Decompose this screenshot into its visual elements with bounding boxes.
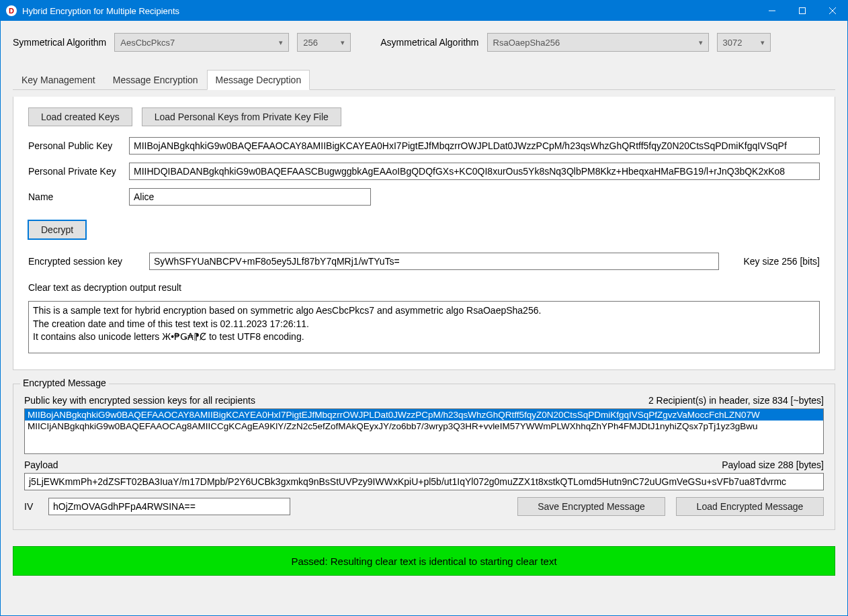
pubkeys-label: Public key with encrypted session keys f… [24, 395, 255, 406]
close-icon [829, 7, 836, 14]
clear-text-line: The creation date and time of this test … [33, 318, 815, 331]
clear-text-label: Clear text as decryption output result [28, 282, 820, 293]
private-key-input[interactable]: MIIHDQIBADANBgkqhkiG9w0BAQEFAASCBugwggbk… [129, 163, 820, 180]
public-key-input[interactable]: MIIBojANBgkqhkiG9w0BAQEFAAOCAY8AMIIBigKC… [129, 137, 820, 155]
payload-input[interactable]: j5LjEWKmmPh+2dZSFT02BA3IuaY/m17DMpb/P2Y6… [24, 473, 824, 490]
key-size-label: Key size 256 [bits] [726, 256, 820, 267]
minimize-button[interactable] [757, 1, 787, 21]
window-title: Hybrid Encryption for Multiple Recipient… [22, 6, 179, 16]
recipients-count-label: 2 Recipient(s) in header, size 834 [~byt… [648, 395, 824, 406]
tab-message-decryption[interactable]: Message Decryption [207, 70, 310, 90]
tab-strip: Key Management Message Encryption Messag… [13, 69, 835, 90]
svg-rect-1 [799, 8, 805, 14]
asym-algo-label: Asymmetrical Algorithm [380, 37, 478, 48]
status-bar: Passed: Resulting clear text is identica… [13, 546, 835, 576]
encrypted-message-legend: Encrypted Message [20, 378, 109, 388]
tab-message-encryption[interactable]: Message Encryption [104, 70, 207, 90]
close-button[interactable] [817, 1, 847, 21]
app-icon: D [6, 5, 17, 16]
name-input[interactable]: Alice [129, 188, 371, 206]
private-key-label: Personal Private Key [28, 166, 122, 177]
sym-algo-combo[interactable]: AesCbcPkcs7 [114, 33, 289, 52]
recipients-listbox[interactable]: MIIBojANBgkqhkiG9w0BAQEFAAOCAY8AMIIBigKC… [24, 408, 824, 454]
save-encrypted-message-button[interactable]: Save Encrypted Message [517, 497, 665, 516]
encrypted-session-key-label: Encrypted session key [28, 256, 142, 267]
load-encrypted-message-button[interactable]: Load Encrypted Message [676, 497, 824, 516]
tab-key-management[interactable]: Key Management [13, 70, 104, 90]
maximize-icon [799, 7, 806, 14]
titlebar: D Hybrid Encryption for Multiple Recipie… [1, 1, 847, 21]
recipient-list-item[interactable]: MIIBojANBgkqhkiG9w0BAQEFAAOCAY8AMIIBigKC… [25, 409, 823, 421]
asym-bits-combo[interactable]: 3072 [717, 33, 771, 52]
clear-text-line: This is a sample text for hybrid encrypt… [33, 304, 815, 318]
iv-input[interactable]: hOjZmOVAGdhPFpA4RWSINA== [48, 498, 290, 515]
encrypted-session-key-input[interactable]: SyWhSFYUaNBCPV+mF8o5ey5JLf87bY7qMRj1/wTY… [149, 253, 719, 270]
recipient-list-item[interactable]: MIICIjANBgkqhkiG9w0BAQEFAAOCAg8AMIICCgKC… [25, 421, 823, 432]
algorithm-row: Symmetrical Algorithm AesCbcPkcs7 256 As… [13, 33, 835, 58]
clear-text-output[interactable]: This is a sample text for hybrid encrypt… [28, 301, 820, 353]
payload-label: Payload [24, 459, 58, 470]
clear-text-line: It contains also unicode letters Ж•₱Ǥ₳⁋Ȼ… [33, 331, 815, 344]
decrypt-button[interactable]: Decrypt [28, 220, 86, 239]
iv-label: IV [24, 501, 38, 512]
maximize-button[interactable] [787, 1, 817, 21]
minimize-icon [769, 7, 775, 14]
load-personal-keys-button[interactable]: Load Personal Keys from Private Key File [142, 107, 341, 126]
sym-algo-label: Symmetrical Algorithm [13, 37, 106, 48]
decryption-panel: Load created Keys Load Personal Keys fro… [13, 97, 835, 370]
payload-size-label: Payload size 288 [bytes] [722, 459, 824, 470]
sym-bits-combo[interactable]: 256 [297, 33, 351, 52]
asym-algo-combo[interactable]: RsaOaepSha256 [487, 33, 709, 52]
encrypted-message-group: Encrypted Message Public key with encryp… [13, 384, 835, 530]
public-key-label: Personal Public Key [28, 140, 122, 151]
load-created-keys-button[interactable]: Load created Keys [28, 107, 132, 126]
app-window: D Hybrid Encryption for Multiple Recipie… [0, 0, 848, 616]
name-label: Name [28, 191, 122, 202]
